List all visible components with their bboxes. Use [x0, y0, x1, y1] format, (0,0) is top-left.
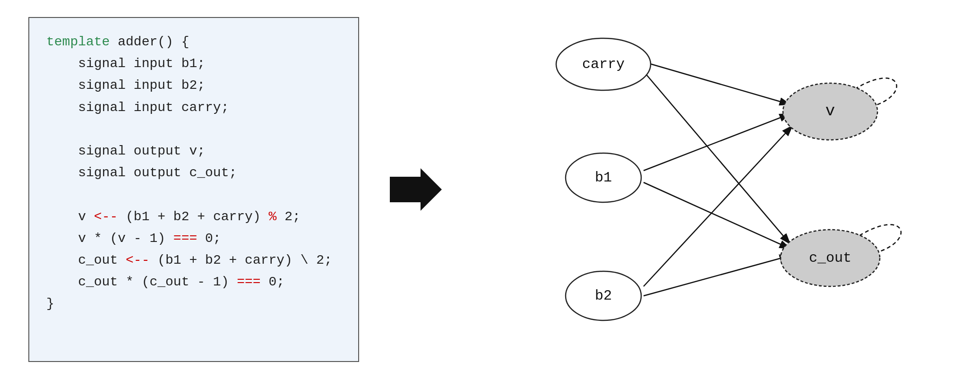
edge-b2-cout — [644, 256, 790, 296]
code-line-8: v * (v - 1) === 0; — [46, 228, 341, 250]
edge-carry-cout — [644, 71, 790, 244]
node-b2-label: b2 — [595, 288, 612, 304]
svg-marker-0 — [390, 168, 442, 211]
arrow-svg — [390, 168, 442, 211]
graph-panel: carry b1 b2 v c_out — [473, 17, 952, 362]
code-panel: template adder() { signal input b1; sign… — [28, 17, 359, 362]
code-line-3: signal input b2; — [46, 75, 341, 96]
transform-arrow — [387, 168, 444, 211]
keyword-template: template — [46, 34, 110, 49]
main-container: template adder() { signal input b1; sign… — [0, 0, 980, 379]
edge-b1-cout — [644, 182, 790, 249]
code-line-11: } — [46, 293, 341, 315]
code-line-7: v <-- (b1 + b2 + carry) % 2; — [46, 206, 341, 228]
edge-b1-v — [644, 114, 790, 171]
code-line-9: c_out <-- (b1 + b2 + carry) \ 2; — [46, 250, 341, 271]
node-b1-label: b1 — [595, 170, 612, 186]
code-line-2: signal input b1; — [46, 53, 341, 75]
code-line-5: signal output v; — [46, 140, 341, 162]
graph-svg: carry b1 b2 v c_out — [473, 17, 952, 362]
code-line-6: signal output c_out; — [46, 162, 341, 184]
edge-b2-v — [644, 126, 792, 286]
node-v-label: v — [825, 102, 835, 120]
code-line-4: signal input carry; — [46, 97, 341, 119]
node-carry-label: carry — [582, 56, 625, 72]
code-line-10: c_out * (c_out - 1) === 0; — [46, 271, 341, 293]
code-line-1: template adder() { — [46, 31, 341, 53]
node-cout-label: c_out — [809, 250, 851, 266]
code-blank-2 — [46, 184, 341, 206]
code-blank-1 — [46, 119, 341, 140]
